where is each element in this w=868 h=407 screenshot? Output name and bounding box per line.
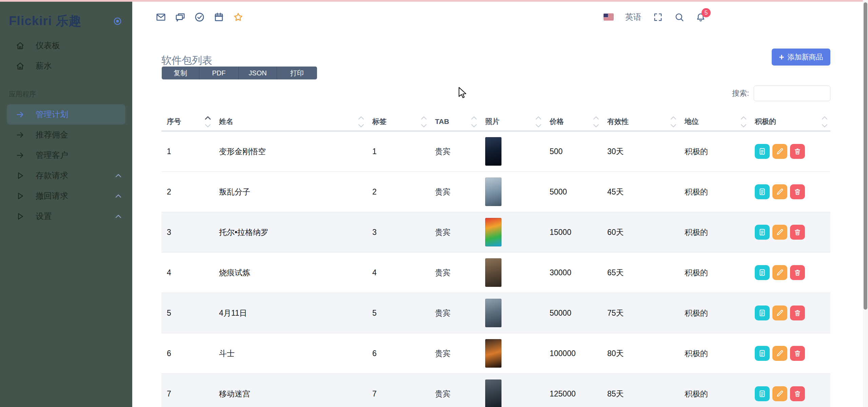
- row-action-view-button[interactable]: [755, 225, 770, 240]
- row-action-delete-button[interactable]: [790, 265, 805, 280]
- sidebar-item-app-2[interactable]: 管理客户: [7, 145, 125, 165]
- sort-carets: [358, 115, 364, 129]
- column-header-photo[interactable]: 照片: [480, 112, 544, 131]
- row-action-edit-button[interactable]: [772, 184, 787, 199]
- search-label: 搜索:: [732, 88, 749, 98]
- row-action-delete-button[interactable]: [790, 225, 805, 240]
- journal-icon: [758, 309, 766, 317]
- row-action-delete-button[interactable]: [790, 144, 805, 159]
- cell-price: 500: [544, 131, 602, 172]
- sort-carets: [205, 115, 211, 129]
- row-action-view-button[interactable]: [755, 386, 770, 401]
- sort-carets: [741, 115, 747, 129]
- row-action-edit-button[interactable]: [772, 225, 787, 240]
- scrollbar-thumb[interactable]: [864, 2, 867, 310]
- fullscreen-icon: [653, 12, 663, 22]
- sidebar-item-app-0[interactable]: 管理计划: [7, 104, 125, 125]
- home-icon: [16, 61, 25, 71]
- cell-validity: 30天: [602, 131, 679, 172]
- cell-tag: 5: [367, 293, 430, 333]
- export-json-button[interactable]: JSON: [239, 67, 277, 79]
- app-logo[interactable]: Flickiri 乐趣: [9, 14, 82, 29]
- row-action-edit-button[interactable]: [772, 265, 787, 280]
- cell-photo: [480, 253, 544, 293]
- column-header-name[interactable]: 姓名: [214, 112, 367, 131]
- add-new-item-button[interactable]: + 添加新商品: [772, 49, 830, 66]
- row-action-view-button[interactable]: [755, 306, 770, 320]
- fullscreen-button[interactable]: [653, 12, 663, 22]
- sidebar-item-main-1[interactable]: 薪水: [7, 56, 125, 76]
- column-header-serial[interactable]: 序号: [161, 112, 214, 131]
- table-search-input[interactable]: [754, 86, 830, 101]
- export-复制-button[interactable]: 复制: [162, 67, 199, 79]
- chevron-up-icon[interactable]: [115, 173, 121, 178]
- row-action-view-button[interactable]: [755, 346, 770, 361]
- row-action-view-button[interactable]: [755, 184, 770, 199]
- cell-photo: [480, 212, 544, 253]
- sidebar-item-app-5[interactable]: 设置: [7, 206, 125, 226]
- column-header-validity[interactable]: 有效性: [602, 112, 679, 131]
- cell-serial: 4: [161, 253, 214, 293]
- poster-image: [485, 339, 501, 368]
- language-label[interactable]: 英语: [625, 12, 642, 22]
- cell-photo: [480, 374, 544, 407]
- record-circle-icon[interactable]: [113, 17, 122, 26]
- row-action-edit-button[interactable]: [772, 306, 787, 320]
- column-header-status[interactable]: 地位: [679, 112, 749, 131]
- table-row: 7 移动迷宫 7 贵宾 125000 85天 积极的: [161, 374, 830, 407]
- cell-status: 积极的: [679, 212, 749, 253]
- column-header-label: 有效性: [607, 117, 629, 125]
- check-circle-icon[interactable]: [194, 12, 205, 22]
- cell-actions: [749, 253, 830, 293]
- row-action-view-button[interactable]: [755, 144, 770, 159]
- table-row: 3 托尔•拉格纳罗 3 贵宾 15000 60天 积极的: [161, 212, 830, 253]
- us-flag-icon[interactable]: [604, 14, 614, 20]
- column-header-tab[interactable]: TAB: [430, 112, 480, 131]
- row-action-edit-button[interactable]: [772, 144, 787, 159]
- sort-carets: [822, 115, 828, 129]
- row-action-edit-button[interactable]: [772, 386, 787, 401]
- table-row: 2 叛乱分子 2 贵宾 5000 45天 积极的: [161, 172, 830, 212]
- trash-icon: [793, 147, 802, 155]
- cell-price: 5000: [544, 172, 602, 212]
- chat-icon[interactable]: [175, 12, 185, 22]
- sidebar-item-label: 管理计划: [36, 109, 121, 120]
- cell-actions: [749, 131, 830, 172]
- row-action-edit-button[interactable]: [772, 346, 787, 361]
- sidebar-main-nav: 仪表板 薪水: [0, 35, 132, 76]
- column-header-label: 价格: [550, 117, 564, 125]
- row-action-delete-button[interactable]: [790, 306, 805, 320]
- home-icon: [16, 41, 25, 50]
- star-icon[interactable]: [233, 12, 243, 22]
- row-action-delete-button[interactable]: [790, 346, 805, 361]
- export-打印-button[interactable]: 打印: [277, 67, 317, 79]
- cell-name: 变形金刚悟空: [214, 131, 367, 172]
- row-action-delete-button[interactable]: [790, 184, 805, 199]
- sidebar-item-main-0[interactable]: 仪表板: [7, 35, 125, 56]
- sidebar-item-app-4[interactable]: 撤回请求: [7, 186, 125, 206]
- row-action-view-button[interactable]: [755, 265, 770, 280]
- sidebar-item-app-1[interactable]: 推荐佣金: [7, 125, 125, 145]
- cell-price: 30000: [544, 253, 602, 293]
- calendar-icon[interactable]: [214, 12, 224, 22]
- chevron-up-icon[interactable]: [115, 214, 121, 218]
- export-pdf-button[interactable]: PDF: [199, 67, 239, 79]
- mail-icon[interactable]: [156, 12, 166, 22]
- sidebar-item-app-3[interactable]: 存款请求: [7, 165, 125, 186]
- search-button[interactable]: [674, 12, 684, 22]
- notifications-button[interactable]: 5: [696, 12, 706, 22]
- row-action-delete-button[interactable]: [790, 386, 805, 401]
- chevron-up-icon[interactable]: [115, 194, 121, 198]
- top-progress-strip: [0, 0, 868, 2]
- column-header-actions[interactable]: 积极的: [749, 112, 830, 131]
- cell-serial: 5: [161, 293, 214, 333]
- column-header-price[interactable]: 价格: [544, 112, 602, 131]
- topbar-right: 英语 5: [604, 0, 706, 34]
- play-icon: [16, 212, 25, 221]
- cell-tab: 贵宾: [430, 253, 480, 293]
- pencil-icon: [776, 349, 784, 357]
- column-header-tag[interactable]: 标签: [367, 112, 430, 131]
- table-row: 1 变形金刚悟空 1 贵宾 500 30天 积极的: [161, 131, 830, 172]
- cell-photo: [480, 293, 544, 333]
- vertical-scrollbar[interactable]: [863, 0, 868, 407]
